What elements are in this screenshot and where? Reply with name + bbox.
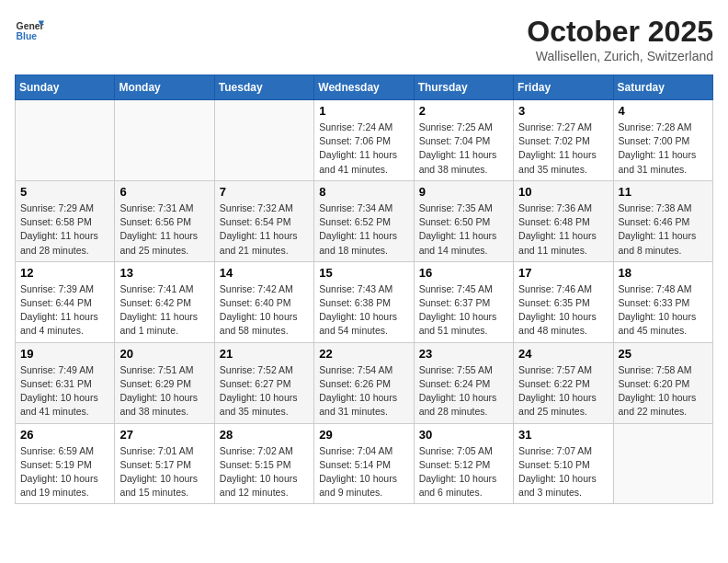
calendar-cell: 5Sunrise: 7:29 AM Sunset: 6:58 PM Daylig… [16,180,115,261]
calendar-cell: 16Sunrise: 7:45 AM Sunset: 6:37 PM Dayli… [414,261,513,342]
day-info: Sunrise: 7:49 AM Sunset: 6:31 PM Dayligh… [20,363,109,419]
day-number: 13 [119,266,209,280]
day-header-monday: Monday [115,75,214,100]
calendar-cell: 30Sunrise: 7:05 AM Sunset: 5:12 PM Dayli… [414,423,513,504]
day-info: Sunrise: 7:27 AM Sunset: 7:02 PM Dayligh… [518,121,608,177]
day-number: 30 [419,428,508,442]
title-block: October 2025 Wallisellen, Zurich, Switze… [527,15,713,63]
day-header-saturday: Saturday [613,75,712,100]
day-number: 22 [319,347,408,361]
calendar-cell: 20Sunrise: 7:51 AM Sunset: 6:29 PM Dayli… [115,342,214,423]
calendar-cell: 4Sunrise: 7:28 AM Sunset: 7:00 PM Daylig… [613,100,712,181]
calendar-cell: 31Sunrise: 7:07 AM Sunset: 5:10 PM Dayli… [514,423,613,504]
day-number: 5 [20,185,109,199]
location: Wallisellen, Zurich, Switzerland [527,49,713,63]
day-number: 17 [518,266,608,280]
day-number: 21 [220,347,309,361]
calendar-cell: 27Sunrise: 7:01 AM Sunset: 5:17 PM Dayli… [115,423,214,504]
week-row-1: 1Sunrise: 7:24 AM Sunset: 7:06 PM Daylig… [16,100,713,181]
calendar-cell: 12Sunrise: 7:39 AM Sunset: 6:44 PM Dayli… [16,261,115,342]
month-title: October 2025 [527,15,713,49]
day-info: Sunrise: 7:29 AM Sunset: 6:58 PM Dayligh… [20,201,109,258]
day-number: 14 [220,266,309,280]
calendar-cell: 26Sunrise: 6:59 AM Sunset: 5:19 PM Dayli… [16,423,115,504]
day-header-wednesday: Wednesday [314,75,414,100]
calendar-cell: 19Sunrise: 7:49 AM Sunset: 6:31 PM Dayli… [16,342,115,423]
day-info: Sunrise: 7:34 AM Sunset: 6:52 PM Dayligh… [319,201,408,258]
calendar-table: SundayMondayTuesdayWednesdayThursdayFrid… [15,75,713,504]
day-info: Sunrise: 7:39 AM Sunset: 6:44 PM Dayligh… [20,282,109,339]
week-row-5: 26Sunrise: 6:59 AM Sunset: 5:19 PM Dayli… [16,423,713,504]
day-number: 12 [20,266,109,280]
calendar-cell: 13Sunrise: 7:41 AM Sunset: 6:42 PM Dayli… [115,261,214,342]
calendar-cell: 7Sunrise: 7:32 AM Sunset: 6:54 PM Daylig… [214,180,313,261]
logo-icon: General Blue [15,15,44,44]
day-header-sunday: Sunday [16,75,115,100]
day-info: Sunrise: 7:45 AM Sunset: 6:37 PM Dayligh… [419,282,508,339]
day-number: 16 [419,266,508,280]
week-row-2: 5Sunrise: 7:29 AM Sunset: 6:58 PM Daylig… [16,180,713,261]
day-info: Sunrise: 7:32 AM Sunset: 6:54 PM Dayligh… [220,201,309,258]
day-number: 24 [518,347,608,361]
week-row-4: 19Sunrise: 7:49 AM Sunset: 6:31 PM Dayli… [16,342,713,423]
day-number: 15 [319,266,408,280]
calendar-cell: 21Sunrise: 7:52 AM Sunset: 6:27 PM Dayli… [214,342,313,423]
day-number: 2 [419,104,508,118]
day-info: Sunrise: 7:31 AM Sunset: 6:56 PM Dayligh… [119,201,209,258]
day-info: Sunrise: 6:59 AM Sunset: 5:19 PM Dayligh… [20,444,109,500]
day-info: Sunrise: 7:55 AM Sunset: 6:24 PM Dayligh… [419,363,508,419]
logo: General Blue [15,15,44,44]
day-number: 29 [319,428,408,442]
day-info: Sunrise: 7:25 AM Sunset: 7:04 PM Dayligh… [419,121,508,177]
day-number: 1 [319,104,408,118]
day-number: 25 [619,347,708,361]
day-number: 3 [518,104,608,118]
week-row-3: 12Sunrise: 7:39 AM Sunset: 6:44 PM Dayli… [16,261,713,342]
calendar-cell: 1Sunrise: 7:24 AM Sunset: 7:06 PM Daylig… [314,100,414,181]
calendar-cell: 29Sunrise: 7:04 AM Sunset: 5:14 PM Dayli… [314,423,414,504]
calendar-cell: 23Sunrise: 7:55 AM Sunset: 6:24 PM Dayli… [414,342,513,423]
day-number: 4 [619,104,708,118]
calendar-cell: 14Sunrise: 7:42 AM Sunset: 6:40 PM Dayli… [214,261,313,342]
calendar-cell: 17Sunrise: 7:46 AM Sunset: 6:35 PM Dayli… [514,261,613,342]
calendar-cell [613,423,712,504]
day-info: Sunrise: 7:02 AM Sunset: 5:15 PM Dayligh… [220,444,309,500]
day-info: Sunrise: 7:46 AM Sunset: 6:35 PM Dayligh… [518,282,608,339]
calendar-cell: 28Sunrise: 7:02 AM Sunset: 5:15 PM Dayli… [214,423,313,504]
day-info: Sunrise: 7:54 AM Sunset: 6:26 PM Dayligh… [319,363,408,419]
day-info: Sunrise: 7:28 AM Sunset: 7:00 PM Dayligh… [619,121,708,177]
day-number: 7 [220,185,309,199]
day-info: Sunrise: 7:58 AM Sunset: 6:20 PM Dayligh… [619,363,708,419]
calendar-cell: 10Sunrise: 7:36 AM Sunset: 6:48 PM Dayli… [514,180,613,261]
day-number: 18 [619,266,708,280]
day-number: 31 [518,428,608,442]
day-number: 19 [20,347,109,361]
day-info: Sunrise: 7:57 AM Sunset: 6:22 PM Dayligh… [518,363,608,419]
calendar-cell: 9Sunrise: 7:35 AM Sunset: 6:50 PM Daylig… [414,180,513,261]
calendar-cell [16,100,115,181]
day-info: Sunrise: 7:07 AM Sunset: 5:10 PM Dayligh… [518,444,608,500]
day-number: 6 [119,185,209,199]
page-header: General Blue October 2025 Wallisellen, Z… [15,15,713,63]
calendar-cell: 18Sunrise: 7:48 AM Sunset: 6:33 PM Dayli… [613,261,712,342]
day-info: Sunrise: 7:24 AM Sunset: 7:06 PM Dayligh… [319,121,408,177]
day-header-tuesday: Tuesday [214,75,313,100]
day-number: 28 [220,428,309,442]
calendar-cell: 6Sunrise: 7:31 AM Sunset: 6:56 PM Daylig… [115,180,214,261]
day-number: 10 [518,185,608,199]
day-info: Sunrise: 7:35 AM Sunset: 6:50 PM Dayligh… [419,201,508,258]
day-info: Sunrise: 7:43 AM Sunset: 6:38 PM Dayligh… [319,282,408,339]
calendar-cell: 22Sunrise: 7:54 AM Sunset: 6:26 PM Dayli… [314,342,414,423]
day-info: Sunrise: 7:38 AM Sunset: 6:46 PM Dayligh… [619,201,708,258]
calendar-cell: 15Sunrise: 7:43 AM Sunset: 6:38 PM Dayli… [314,261,414,342]
day-number: 8 [319,185,408,199]
calendar-cell: 2Sunrise: 7:25 AM Sunset: 7:04 PM Daylig… [414,100,513,181]
calendar-cell [214,100,313,181]
day-info: Sunrise: 7:36 AM Sunset: 6:48 PM Dayligh… [518,201,608,258]
day-info: Sunrise: 7:51 AM Sunset: 6:29 PM Dayligh… [119,363,209,419]
svg-text:Blue: Blue [17,31,38,41]
day-info: Sunrise: 7:04 AM Sunset: 5:14 PM Dayligh… [319,444,408,500]
day-number: 26 [20,428,109,442]
day-info: Sunrise: 7:42 AM Sunset: 6:40 PM Dayligh… [220,282,309,339]
calendar-cell: 8Sunrise: 7:34 AM Sunset: 6:52 PM Daylig… [314,180,414,261]
